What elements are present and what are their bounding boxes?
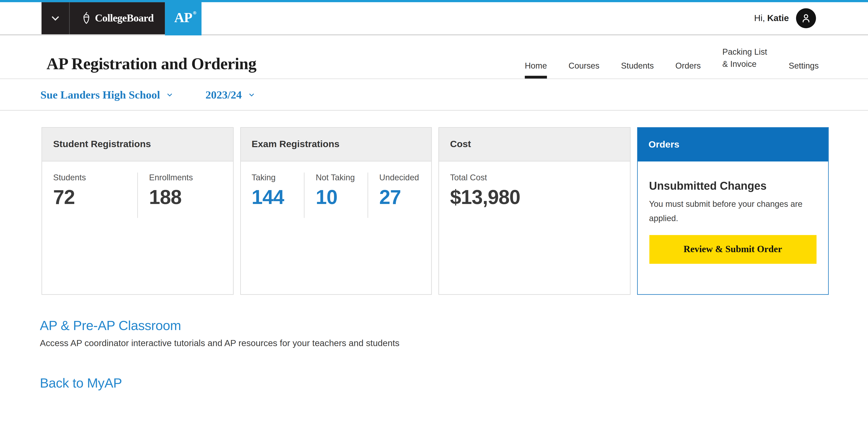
ap-logo[interactable]: AP® [165,0,202,35]
nav-tab-students[interactable]: Students [621,61,654,78]
nav-tab-courses[interactable]: Courses [568,61,599,78]
stat-value: 144 [251,186,304,209]
card-title: Exam Registrations [241,128,431,161]
quick-links: AP & Pre-AP Classroom Access AP coordina… [0,295,868,391]
unsubmitted-changes-heading: Unsubmitted Changes [649,180,816,193]
review-submit-order-button[interactable]: Review & Submit Order [649,235,816,264]
collegeboard-logotype: CollegeBoard [95,12,154,24]
chevron-down-icon [50,13,61,24]
nav-tab-settings[interactable]: Settings [789,61,819,78]
stat-value: 10 [316,186,368,209]
stat-row: Students 72 Enrollments 188 [42,172,233,218]
collegeboard-logo[interactable]: CollegeBoard [69,2,165,34]
stat-row: Total Cost $13,980 [439,172,630,218]
students-stat: Students 72 [42,172,137,218]
card-title: Cost [439,128,630,161]
stat-label: Students [53,172,137,182]
orders-card: Orders Unsubmitted Changes You must subm… [637,127,829,295]
cost-card: Cost Total Cost $13,980 [438,127,630,295]
unsubmitted-changes-message: You must submit before your changes are … [649,197,816,226]
user-menu[interactable]: Hi,Katie [754,8,868,28]
page-title: AP Registration and Ordering [46,54,256,78]
stat-label: Undecided [379,172,431,182]
not-taking-stat: Not Taking 10 [304,172,368,218]
global-menu-toggle[interactable] [41,2,69,34]
nav-tab-packing-list-invoice[interactable]: Packing List& Invoice [722,46,767,78]
main-content: Student Registrations Students 72 Enroll… [0,111,868,295]
ap-classroom-description: Access AP coordinator interactive tutori… [40,338,868,349]
stat-row: Taking 144 Not Taking 10 Undecided 27 [241,172,431,218]
school-selector[interactable]: Sue Landers High School [40,88,173,101]
title-band: AP Registration and Ordering Home Course… [0,35,868,79]
stat-label: Total Cost [450,172,630,182]
acorn-icon [81,12,92,25]
enrollments-stat: Enrollments 188 [137,172,233,218]
header-spacer [202,2,754,34]
chevron-down-icon [166,91,173,98]
stat-value: $13,980 [450,186,630,209]
year-selector-label: 2023/24 [206,88,242,101]
card-title: Orders [638,128,828,161]
stat-value: 27 [379,186,431,209]
total-cost-stat: Total Cost $13,980 [439,172,630,218]
primary-nav: Home Courses Students Orders Packing Lis… [525,46,819,78]
stat-label: Taking [251,172,304,182]
ap-classroom-link[interactable]: AP & Pre-AP Classroom [40,318,181,333]
orders-card-body: Unsubmitted Changes You must submit befo… [638,161,828,264]
registered-mark: ® [193,10,196,15]
stat-label: Not Taking [316,172,368,182]
exam-registrations-card: Exam Registrations Taking 144 Not Taking… [240,127,432,295]
year-selector[interactable]: 2023/24 [206,88,255,101]
stat-label: Enrollments [149,172,232,182]
chevron-down-icon [248,91,255,98]
stat-value: 72 [53,186,137,209]
page: CollegeBoard AP® Hi,Katie AP Registratio… [0,0,868,429]
undecided-stat: Undecided 27 [368,172,431,218]
brand-accent-strip [0,0,868,2]
nav-tab-orders[interactable]: Orders [675,61,701,78]
back-to-myap-link[interactable]: Back to MyAP [40,375,122,391]
screenshot-viewport: CollegeBoard AP® Hi,Katie AP Registratio… [0,0,868,429]
person-icon [800,12,812,24]
school-selector-label: Sue Landers High School [40,88,160,101]
context-band: Sue Landers High School 2023/24 [0,79,868,110]
nav-tab-home[interactable]: Home [525,61,547,78]
user-greeting: Hi,Katie [754,13,789,23]
user-name: Katie [767,13,789,23]
avatar[interactable] [796,8,816,28]
student-registrations-card: Student Registrations Students 72 Enroll… [41,127,233,295]
stat-value: 188 [149,186,232,209]
ap-logotype: AP® [174,10,192,25]
global-header: CollegeBoard AP® Hi,Katie [0,2,868,35]
card-title: Student Registrations [42,128,233,161]
summary-cards: Student Registrations Students 72 Enroll… [41,127,829,295]
taking-stat: Taking 144 [241,172,304,218]
